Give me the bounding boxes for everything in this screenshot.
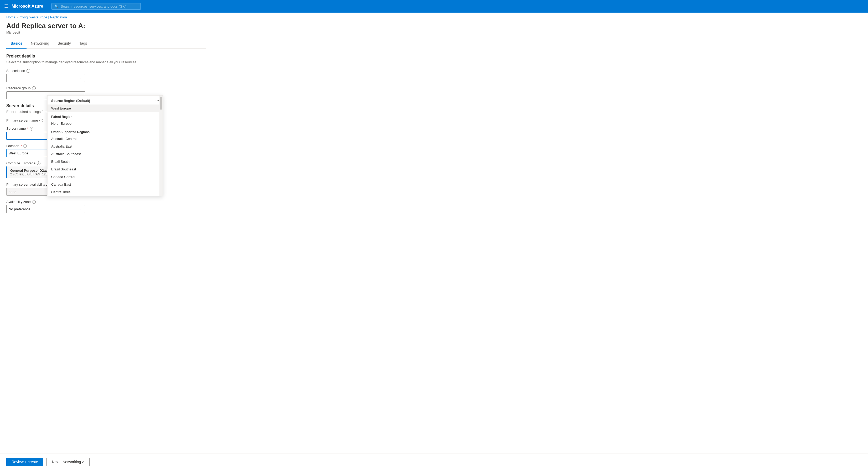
primary-server-name-info-icon[interactable]: i — [39, 119, 43, 122]
tabs: Basics Networking Security Tags — [6, 39, 206, 49]
search-icon: 🔍 — [54, 4, 59, 8]
dropdown-item-west-europe[interactable]: West Europe — [48, 104, 162, 112]
server-name-required: * — [27, 127, 28, 130]
dropdown-item-australia-east[interactable]: Australia East — [48, 143, 162, 150]
az-select[interactable]: No preference — [6, 205, 85, 213]
project-details-section: Project details Select the subscription … — [6, 54, 206, 99]
breadcrumb-sep-2: › — [68, 16, 70, 19]
breadcrumb-home[interactable]: Home — [6, 15, 16, 19]
hamburger-icon[interactable]: ☰ — [4, 3, 8, 9]
breadcrumb-parent[interactable]: mysqlrwesteurope | Replication — [20, 15, 67, 19]
az-select-wrapper: No preference ⌄ — [6, 205, 85, 213]
search-input[interactable] — [61, 4, 138, 8]
dropdown-item-canada-east[interactable]: Canada East — [48, 181, 162, 188]
top-nav: ☰ Microsoft Azure 🔍 — [0, 0, 868, 12]
tab-security[interactable]: Security — [53, 39, 75, 49]
subscription-select[interactable] — [6, 74, 85, 82]
az-info-icon[interactable]: i — [32, 200, 36, 204]
project-details-title: Project details — [6, 54, 206, 59]
project-details-desc: Select the subscription to manage deploy… — [6, 60, 206, 64]
dropdown-item-brazil-south[interactable]: Brazil South — [48, 158, 162, 165]
page-title: Add Replica server to A: — [6, 22, 206, 30]
page-container: Add Replica server to A: Microsoft Basic… — [0, 22, 868, 223]
tab-networking[interactable]: Networking — [27, 39, 53, 49]
dropdown-dots-button[interactable]: ··· — [155, 98, 159, 103]
location-dropdown: Source Region (Default) ··· West Europe … — [47, 95, 163, 196]
dropdown-header-label: Source Region (Default) — [51, 99, 90, 103]
dropdown-item-north-europe[interactable]: North Europe — [48, 120, 162, 127]
server-name-info-icon[interactable]: i — [30, 127, 33, 130]
compute-info-icon[interactable]: i — [37, 161, 40, 165]
subscription-select-wrapper: ⌄ — [6, 74, 85, 82]
search-bar: 🔍 — [52, 3, 141, 10]
location-required: * — [21, 144, 22, 148]
dropdown-group-paired: Paired Region — [48, 114, 162, 120]
az-label: Availability zone i — [6, 200, 206, 204]
subscription-info-icon[interactable]: i — [27, 69, 30, 73]
dropdown-item-canada-central[interactable]: Canada Central — [48, 173, 162, 181]
dropdown-item-brazil-southeast[interactable]: Brazil Southeast — [48, 165, 162, 173]
az-group: Availability zone i No preference ⌄ — [6, 200, 206, 213]
breadcrumb: Home › mysqlrwesteurope | Replication › — [0, 12, 868, 22]
tab-basics[interactable]: Basics — [6, 39, 27, 49]
dropdown-group-other: Other Supported Regions — [48, 129, 162, 135]
location-info-icon[interactable]: i — [23, 144, 27, 148]
azure-logo: Microsoft Azure — [11, 4, 43, 9]
tab-tags[interactable]: Tags — [75, 39, 91, 49]
resource-group-label: Resource group i — [6, 86, 206, 90]
page-subtitle: Microsoft — [6, 30, 206, 34]
dropdown-header: Source Region (Default) ··· — [48, 96, 162, 104]
resource-group-info-icon[interactable]: i — [32, 86, 36, 90]
dropdown-divider-1 — [48, 113, 162, 113]
dropdown-item-central-india[interactable]: Central India — [48, 188, 162, 196]
subscription-label: Subscription i — [6, 69, 206, 73]
breadcrumb-sep-1: › — [17, 16, 18, 19]
subscription-group: Subscription i ⌄ — [6, 69, 206, 82]
dropdown-item-australia-southeast[interactable]: Australia Southeast — [48, 150, 162, 158]
dropdown-scroll[interactable]: West Europe Paired Region North Europe O… — [48, 104, 162, 196]
dropdown-item-australia-central[interactable]: Australia Central — [48, 135, 162, 143]
